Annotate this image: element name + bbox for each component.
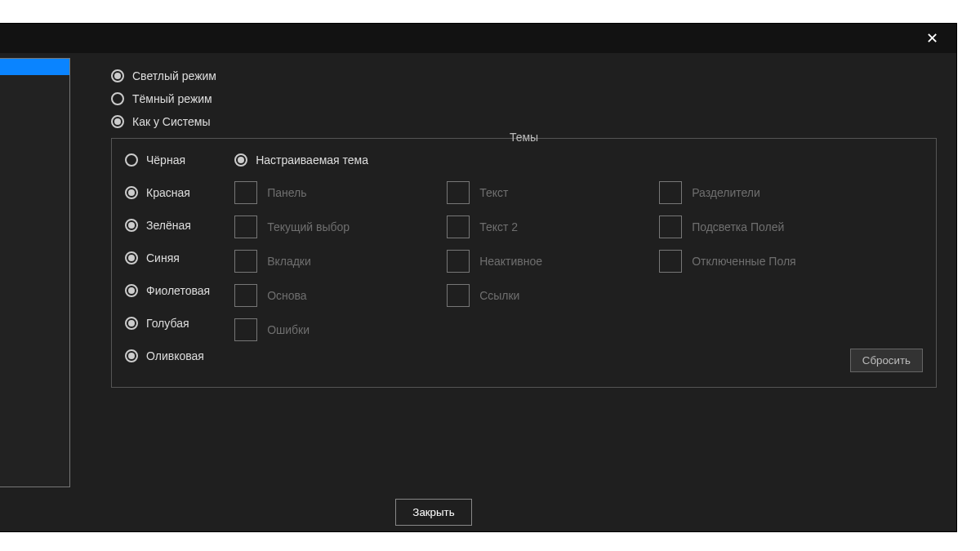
mode-radio-group: Светлый режимТёмный режимКак у Системы: [111, 69, 937, 128]
radio-icon: [125, 284, 138, 297]
swatch-item: Неактивное: [447, 250, 610, 273]
color-swatch[interactable]: [659, 216, 682, 238]
swatch-label: Неактивное: [479, 255, 542, 268]
swatch-item: Ссылки: [447, 284, 610, 307]
sidebar-item[interactable]: Копировани: [0, 193, 69, 209]
swatch-label: Подсветка Полей: [692, 220, 784, 233]
radio-theme-color[interactable]: Голубая: [125, 317, 210, 330]
sidebar-item[interactable]: шение: [0, 209, 69, 225]
swatch-item: Текст 2: [447, 216, 610, 238]
swatch-col-1: ПанельТекущий выборВкладкиОсноваОшибки: [234, 181, 398, 341]
color-swatch[interactable]: [234, 284, 257, 307]
radio-icon: [111, 115, 124, 128]
radio-label: Светлый режим: [132, 69, 216, 82]
swatch-col-3: РазделителиПодсветка ПолейОтключенные По…: [659, 181, 822, 341]
color-swatch[interactable]: [447, 250, 470, 273]
sidebar-item[interactable]: крытия: [0, 124, 69, 140]
color-swatch[interactable]: [234, 318, 257, 341]
swatch-label: Отключенные Поля: [692, 255, 796, 268]
swatch-columns: ПанельТекущий выборВкладкиОсноваОшибки Т…: [234, 181, 923, 341]
swatch-col-2: ТекстТекст 2НеактивноеСсылки: [447, 181, 610, 341]
sidebar-item[interactable]: ельность: [0, 258, 69, 274]
swatch-item: Основа: [234, 284, 398, 307]
swatch-label: Вкладки: [267, 255, 311, 268]
swatch-item: Вкладки: [234, 250, 398, 273]
swatch-item: Разделители: [659, 181, 822, 204]
titlebar: ✕: [0, 24, 956, 53]
color-swatch[interactable]: [234, 181, 257, 204]
themes-fieldset: Темы ЧёрнаяКраснаяЗелёнаяСиняяФиолетовая…: [111, 138, 937, 388]
footer: Закрыть: [0, 492, 956, 531]
swatch-item: Ошибки: [234, 318, 398, 341]
reset-button[interactable]: Сбросить: [850, 349, 923, 372]
swatch-label: Текст 2: [479, 220, 518, 233]
sidebar-item[interactable]: и: [0, 157, 69, 173]
sidebar-item[interactable]: сылки: [0, 274, 69, 291]
radio-icon: [125, 251, 138, 264]
radio-label: Синяя: [146, 251, 180, 264]
swatch-item: Текст: [447, 181, 610, 204]
radio-theme-color[interactable]: Фиолетовая: [125, 284, 210, 297]
radio-icon: [125, 219, 138, 232]
color-swatch[interactable]: [447, 284, 470, 307]
color-swatch[interactable]: [234, 250, 257, 273]
swatch-item: Отключенные Поля: [659, 250, 822, 273]
radio-custom-theme[interactable]: Настраиваемая тема: [234, 153, 923, 167]
radio-theme-color[interactable]: Красная: [125, 186, 210, 199]
swatch-label: Ссылки: [479, 289, 519, 302]
settings-window: ✕ жимицы/ Рамкиументолчаниюкрытия Файлов…: [0, 23, 957, 532]
radio-icon: [125, 186, 138, 199]
radio-label: Зелёная: [146, 219, 191, 232]
sidebar-item[interactable]: р. и Дата: [0, 225, 69, 242]
radio-mode[interactable]: Светлый режим: [111, 69, 937, 82]
swatch-label: Ошибки: [267, 323, 310, 336]
sidebar-item[interactable]: олчанию: [0, 108, 69, 124]
color-swatch[interactable]: [234, 216, 257, 238]
sidebar-item[interactable]: Система: [0, 291, 69, 307]
radio-icon: [111, 69, 124, 82]
sidebar-item[interactable]: умент: [0, 91, 69, 108]
content-pane: Светлый режимТёмный режимКак у Системы Т…: [70, 53, 956, 492]
radio-label: Как у Системы: [132, 115, 211, 128]
swatch-item: Панель: [234, 181, 398, 204]
color-swatch[interactable]: [659, 181, 682, 204]
sidebar-item[interactable]: ь: [0, 242, 69, 258]
radio-icon: [125, 153, 138, 167]
color-swatch[interactable]: [447, 181, 470, 204]
radio-icon: [111, 92, 124, 105]
swatch-label: Текст: [479, 186, 508, 199]
radio-icon: [125, 317, 138, 330]
radio-theme-color[interactable]: Зелёная: [125, 219, 210, 232]
sidebar: жимицы/ Рамкиументолчаниюкрытия Файлови …: [0, 58, 70, 487]
radio-label: Красная: [146, 186, 190, 199]
radio-mode[interactable]: Как у Системы: [111, 115, 937, 128]
swatch-label: Текущий выбор: [267, 220, 350, 233]
sidebar-item[interactable]: жим: [0, 59, 69, 75]
theme-custom-grid: Настраиваемая тема ПанельТекущий выборВк…: [234, 153, 923, 372]
radio-label: Голубая: [146, 317, 189, 330]
sidebar-item[interactable]: Файлов: [0, 140, 69, 157]
swatch-item: Текущий выбор: [234, 216, 398, 238]
sidebar-item[interactable]: ицы/ Рамки: [0, 75, 69, 91]
swatch-label: Разделители: [692, 186, 760, 199]
close-button[interactable]: Закрыть: [395, 499, 471, 526]
radio-icon: [125, 349, 138, 362]
swatch-label: Основа: [267, 289, 306, 302]
radio-label: Тёмный режим: [132, 92, 212, 105]
swatch-item: Подсветка Полей: [659, 216, 822, 238]
radio-label: Чёрная: [146, 153, 185, 167]
radio-theme-color[interactable]: Оливковая: [125, 349, 210, 362]
color-swatch[interactable]: [659, 250, 682, 273]
radio-label: Фиолетовая: [146, 284, 210, 297]
themes-body: ЧёрнаяКраснаяЗелёнаяСиняяФиолетоваяГолуб…: [125, 153, 923, 372]
radio-theme-color[interactable]: Синяя: [125, 251, 210, 264]
radio-label: Оливковая: [146, 349, 204, 362]
swatch-label: Панель: [267, 186, 306, 199]
close-icon[interactable]: ✕: [917, 24, 947, 53]
radio-theme-color[interactable]: Чёрная: [125, 153, 210, 167]
color-swatch[interactable]: [447, 216, 470, 238]
sidebar-gap: [0, 173, 69, 193]
radio-mode[interactable]: Тёмный режим: [111, 92, 937, 105]
theme-color-options: ЧёрнаяКраснаяЗелёнаяСиняяФиолетоваяГолуб…: [125, 153, 210, 372]
window-body: жимицы/ Рамкиументолчаниюкрытия Файлови …: [0, 53, 956, 492]
